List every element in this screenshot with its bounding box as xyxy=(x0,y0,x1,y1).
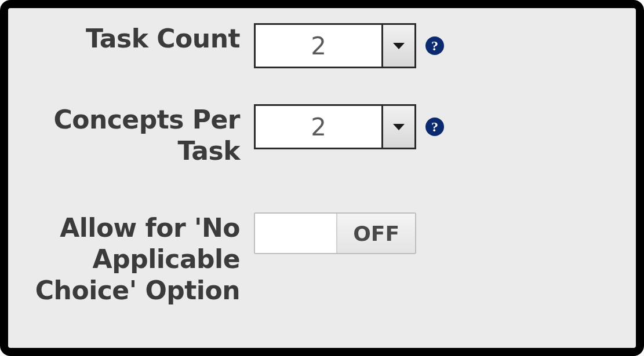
no-applicable-choice-label: Allow for 'No Applicable Choice' Option xyxy=(8,212,254,306)
no-applicable-choice-toggle[interactable]: OFF xyxy=(254,212,416,254)
concepts-per-task-value: 2 xyxy=(256,106,381,148)
question-icon: ? xyxy=(431,39,438,53)
concepts-per-task-help-icon[interactable]: ? xyxy=(425,118,444,136)
settings-panel: Task Count 2 ? Concepts Per Task xyxy=(0,0,644,356)
task-count-controls: 2 ? xyxy=(254,23,444,68)
field-task-count: Task Count 2 ? xyxy=(8,8,636,68)
svg-marker-0 xyxy=(393,43,405,49)
concepts-per-task-dropdown-button[interactable] xyxy=(381,106,414,148)
no-applicable-choice-controls: OFF xyxy=(254,212,416,254)
task-count-label: Task Count xyxy=(8,23,254,54)
task-count-dropdown-button[interactable] xyxy=(381,25,414,67)
toggle-track xyxy=(255,214,336,253)
task-count-value: 2 xyxy=(256,25,381,67)
chevron-down-icon xyxy=(392,123,406,131)
chevron-down-icon xyxy=(392,42,406,50)
concepts-per-task-controls: 2 ? xyxy=(254,104,444,149)
concepts-per-task-select[interactable]: 2 xyxy=(254,104,416,149)
field-concepts-per-task: Concepts Per Task 2 ? xyxy=(8,68,636,166)
field-no-applicable-choice: Allow for 'No Applicable Choice' Option … xyxy=(8,166,636,306)
task-count-help-icon[interactable]: ? xyxy=(425,36,444,55)
toggle-state-text: OFF xyxy=(336,214,415,253)
question-icon: ? xyxy=(431,120,438,134)
task-count-select[interactable]: 2 xyxy=(254,23,416,68)
concepts-per-task-label: Concepts Per Task xyxy=(8,104,254,166)
svg-marker-1 xyxy=(393,124,405,130)
